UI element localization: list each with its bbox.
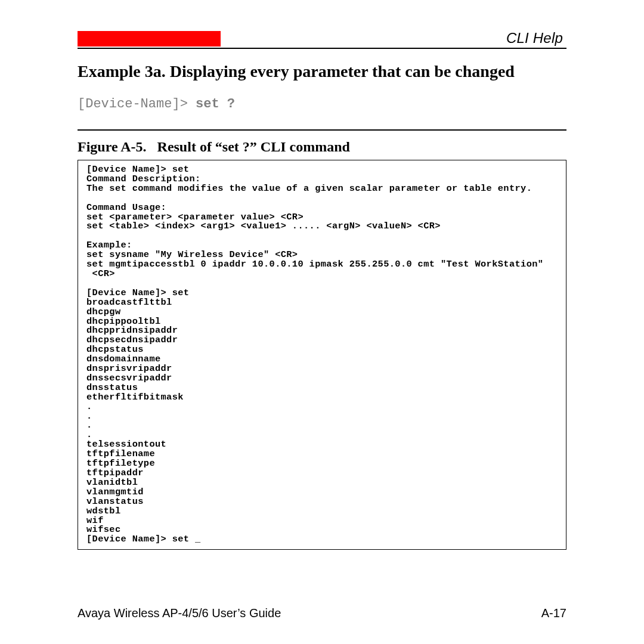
figure-label: Figure A-5. — [78, 139, 147, 154]
cli-prompt: [Device-Name]> — [78, 97, 196, 112]
figure-title: Result of “set ?” CLI command — [157, 139, 350, 154]
section-title: CLI Help — [506, 30, 563, 47]
page: CLI Help Example 3a. Displaying every pa… — [0, 0, 644, 644]
cli-command: set ? — [196, 97, 235, 112]
red-accent-block — [78, 31, 221, 47]
footer-left: Avaya Wireless AP-4/5/6 User’s Guide — [78, 606, 281, 620]
page-footer: Avaya Wireless AP-4/5/6 User’s Guide A-1… — [78, 606, 566, 620]
example-heading: Example 3a. Displaying every parameter t… — [78, 62, 566, 81]
cli-prompt-line: [Device-Name]> set ? — [78, 97, 566, 112]
page-header: CLI Help — [78, 30, 566, 49]
terminal-output: [Device Name]> set Command Description: … — [78, 160, 566, 550]
footer-right: A-17 — [541, 606, 566, 620]
horizontal-rule — [78, 129, 566, 131]
figure-heading: Figure A-5.Result of “set ?” CLI command — [78, 139, 566, 155]
